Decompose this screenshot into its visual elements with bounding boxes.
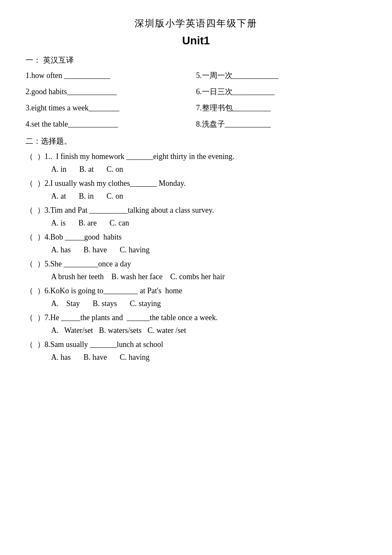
mc-question-6-row: （ ）6.KoKo is going to_________ at Pat's … — [26, 286, 366, 296]
q8-text: ）8.Sam usually _______lunch at school — [35, 339, 163, 350]
mc-question-6: （ ）6.KoKo is going to_________ at Pat's … — [26, 286, 366, 308]
mc-question-3: （ ）3.Tim and Pat __________talking about… — [26, 205, 366, 228]
unit-title: Unit1 — [26, 34, 366, 47]
mc-question-1-row: （ ）1.. I finish my homework _______eight… — [26, 151, 366, 162]
translation-item-3-right: 7.整理书包__________ — [196, 103, 366, 113]
mc-question-3-row: （ ）3.Tim and Pat __________talking about… — [26, 205, 366, 215]
mc-question-8: （ ）8.Sam usually _______lunch at school … — [26, 339, 366, 362]
mc-options-7: A. Water/set B. waters/sets C. water /se… — [26, 326, 366, 335]
mc-options-5: A brush her teeth B. wash her face C. co… — [26, 272, 366, 281]
q6-opt-b: B. stays — [93, 299, 117, 308]
translation-item-4-right: 8.洗盘子____________ — [196, 119, 366, 129]
translation-row-4: 4.set the table_____________ 8.洗盘子______… — [26, 119, 366, 129]
q1-opt-a: A. in — [51, 165, 66, 174]
mc-question-5-row: （ ）5.She _________once a day — [26, 259, 366, 269]
section1-header: 一： 英汉互译 — [26, 55, 366, 65]
q8-opt-c: C. having — [120, 353, 150, 362]
q2-opt-a: A. at — [51, 192, 66, 201]
translation-item-2-left: 2.good habits_____________ — [26, 87, 196, 96]
q7-opt-c: C. water /set — [147, 326, 186, 335]
translation-item-1-left: 1.how often ____________ — [26, 71, 196, 80]
translation-item-2-right: 6.一日三次___________ — [196, 87, 366, 97]
q2-text: ）2.I usually wash my clothes_______ Mond… — [35, 178, 186, 188]
q1-opt-b: B. at — [79, 165, 94, 174]
q6-opt-c: C. staying — [130, 299, 161, 308]
bracket-4: （ — [26, 232, 33, 242]
mc-question-2: （ ）2.I usually wash my clothes_______ Mo… — [26, 178, 366, 201]
translation-item-3-left: 3.eight times a week________ — [26, 104, 196, 113]
q3-text: ）3.Tim and Pat __________talking about a… — [35, 205, 214, 215]
translation-item-4-left: 4.set the table_____________ — [26, 120, 196, 129]
mc-question-4-row: （ ）4.Bob _____good habits — [26, 232, 366, 242]
bracket-1: （ — [26, 151, 33, 162]
bracket-8: （ — [26, 339, 33, 350]
mc-question-8-row: （ ）8.Sam usually _______lunch at school — [26, 339, 366, 350]
q2-opt-b: B. in — [79, 192, 94, 201]
q7-opt-a: A. Water/set — [51, 326, 93, 335]
q4-text: ）4.Bob _____good habits — [35, 232, 122, 242]
q3-opt-b: B. are — [78, 219, 97, 228]
translation-item-1-right: 5.一周一次____________ — [196, 70, 366, 81]
q6-opt-a: A. Stay — [51, 299, 80, 308]
q2-opt-c: C. on — [107, 192, 123, 201]
mc-options-2: A. at B. in C. on — [26, 192, 366, 201]
bracket-3: （ — [26, 205, 33, 215]
q5-text: ）5.She _________once a day — [35, 259, 131, 269]
bracket-2: （ — [26, 178, 33, 188]
mc-options-1: A. in B. at C. on — [26, 165, 366, 174]
q4-opt-a: A. has — [51, 246, 71, 254]
mc-options-6: A. Stay B. stays C. staying — [26, 299, 366, 308]
translation-row-3: 3.eight times a week________ 7.整理书包_____… — [26, 103, 366, 113]
mc-question-1: （ ）1.. I finish my homework _______eight… — [26, 151, 366, 174]
section1: 一： 英汉互译 1.how often ____________ 5.一周一次_… — [26, 55, 366, 129]
q5-opt-c: C. combs her hair — [170, 272, 225, 281]
bracket-7: （ — [26, 312, 33, 323]
q3-opt-c: C. can — [110, 219, 129, 228]
q7-opt-b: B. waters/sets — [99, 326, 141, 335]
mc-question-7-row: （ ）7.He _____the plants and ______the ta… — [26, 312, 366, 323]
bracket-6: （ — [26, 286, 33, 296]
q5-opt-a: A brush her teeth — [51, 272, 104, 281]
q4-opt-b: B. have — [84, 246, 107, 254]
section2: 二：选择题。 （ ）1.. I finish my homework _____… — [26, 136, 366, 362]
section2-header: 二：选择题。 — [26, 136, 366, 146]
q3-opt-a: A. is — [51, 219, 66, 228]
mc-options-4: A. has B. have C. having — [26, 246, 366, 254]
mc-options-3: A. is B. are C. can — [26, 219, 366, 228]
main-title: 深圳版小学英语四年级下册 — [26, 17, 366, 30]
mc-options-8: A. has B. have C. having — [26, 353, 366, 362]
q6-text: ）6.KoKo is going to_________ at Pat's ho… — [35, 286, 182, 296]
q8-opt-b: B. have — [84, 353, 107, 362]
mc-question-4: （ ）4.Bob _____good habits A. has B. have… — [26, 232, 366, 254]
q7-text: ）7.He _____the plants and ______the tabl… — [35, 312, 218, 323]
mc-question-2-row: （ ）2.I usually wash my clothes_______ Mo… — [26, 178, 366, 188]
bracket-5: （ — [26, 259, 33, 269]
translation-row-1: 1.how often ____________ 5.一周一次_________… — [26, 70, 366, 81]
q5-opt-b: B. wash her face — [111, 272, 162, 281]
q1-text: ）1.. I finish my homework _______eight t… — [35, 151, 234, 162]
mc-question-5: （ ）5.She _________once a day A brush her… — [26, 259, 366, 281]
translation-row-2: 2.good habits_____________ 6.一日三次_______… — [26, 87, 366, 97]
q8-opt-a: A. has — [51, 353, 71, 362]
mc-question-7: （ ）7.He _____the plants and ______the ta… — [26, 312, 366, 335]
q4-opt-c: C. having — [120, 246, 150, 254]
q1-opt-c: C. on — [107, 165, 123, 174]
